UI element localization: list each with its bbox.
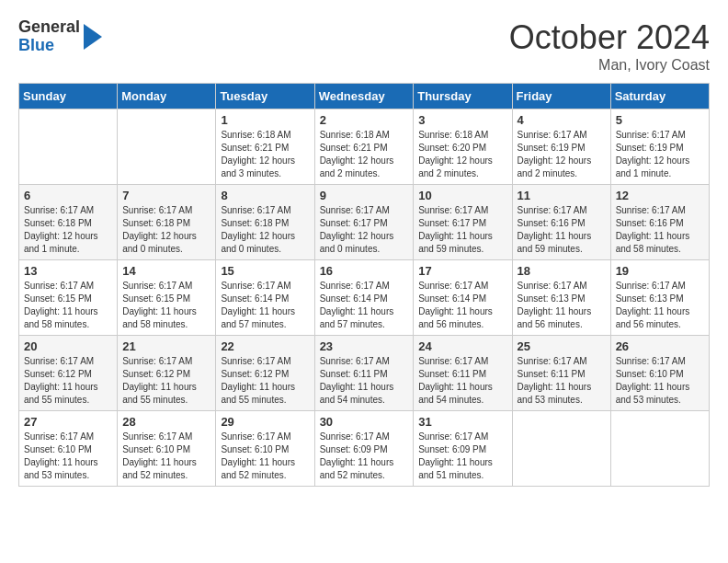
- calendar-cell: 28Sunrise: 6:17 AM Sunset: 6:10 PM Dayli…: [118, 411, 216, 487]
- day-info: Sunrise: 6:17 AM Sunset: 6:11 PM Dayligh…: [518, 355, 606, 407]
- calendar-cell: 1Sunrise: 6:18 AM Sunset: 6:21 PM Daylig…: [216, 109, 314, 185]
- day-info: Sunrise: 6:17 AM Sunset: 6:14 PM Dayligh…: [418, 280, 506, 331]
- calendar-cell: 22Sunrise: 6:17 AM Sunset: 6:12 PM Dayli…: [216, 336, 314, 411]
- location: Man, Ivory Coast: [509, 57, 710, 74]
- day-info: Sunrise: 6:17 AM Sunset: 6:09 PM Dayligh…: [418, 431, 506, 482]
- day-number: 31: [418, 415, 506, 429]
- calendar-cell: 26Sunrise: 6:17 AM Sunset: 6:10 PM Dayli…: [610, 336, 709, 411]
- logo-blue: Blue: [18, 37, 80, 55]
- calendar-cell: 25Sunrise: 6:17 AM Sunset: 6:11 PM Dayli…: [512, 336, 610, 411]
- day-number: 19: [616, 264, 704, 278]
- day-number: 5: [616, 113, 704, 127]
- day-number: 15: [221, 264, 309, 278]
- calendar-week-row: 13Sunrise: 6:17 AM Sunset: 6:15 PM Dayli…: [19, 260, 710, 336]
- day-number: 8: [221, 189, 309, 202]
- day-number: 12: [616, 189, 704, 202]
- logo-general: General: [18, 18, 80, 37]
- day-number: 1: [221, 113, 309, 127]
- calendar-cell: 12Sunrise: 6:17 AM Sunset: 6:16 PM Dayli…: [610, 185, 709, 260]
- day-info: Sunrise: 6:17 AM Sunset: 6:15 PM Dayligh…: [122, 280, 210, 331]
- day-info: Sunrise: 6:17 AM Sunset: 6:13 PM Dayligh…: [518, 280, 606, 331]
- calendar-cell: [610, 411, 709, 487]
- calendar-cell: 7Sunrise: 6:17 AM Sunset: 6:18 PM Daylig…: [118, 185, 216, 260]
- day-number: 20: [24, 339, 112, 353]
- calendar-cell: 15Sunrise: 6:17 AM Sunset: 6:14 PM Dayli…: [216, 260, 314, 336]
- calendar-cell: 31Sunrise: 6:17 AM Sunset: 6:09 PM Dayli…: [414, 411, 512, 487]
- day-info: Sunrise: 6:17 AM Sunset: 6:15 PM Dayligh…: [24, 280, 112, 331]
- calendar-cell: 2Sunrise: 6:18 AM Sunset: 6:21 PM Daylig…: [314, 109, 414, 185]
- calendar-week-row: 6Sunrise: 6:17 AM Sunset: 6:18 PM Daylig…: [19, 185, 710, 260]
- header-day: Saturday: [610, 84, 709, 109]
- day-number: 18: [518, 264, 606, 278]
- day-number: 22: [221, 339, 309, 353]
- calendar-cell: 9Sunrise: 6:17 AM Sunset: 6:17 PM Daylig…: [314, 185, 414, 260]
- day-info: Sunrise: 6:18 AM Sunset: 6:21 PM Dayligh…: [221, 129, 309, 180]
- day-number: 7: [122, 189, 210, 202]
- calendar-cell: 18Sunrise: 6:17 AM Sunset: 6:13 PM Dayli…: [512, 260, 610, 336]
- header-day: Thursday: [414, 84, 512, 109]
- day-number: 26: [616, 339, 704, 353]
- calendar-cell: 10Sunrise: 6:17 AM Sunset: 6:17 PM Dayli…: [414, 185, 512, 260]
- day-info: Sunrise: 6:17 AM Sunset: 6:18 PM Dayligh…: [221, 204, 309, 256]
- calendar-cell: 29Sunrise: 6:17 AM Sunset: 6:10 PM Dayli…: [216, 411, 314, 487]
- calendar-cell: 6Sunrise: 6:17 AM Sunset: 6:18 PM Daylig…: [19, 185, 118, 260]
- day-number: 16: [320, 264, 409, 278]
- day-info: Sunrise: 6:17 AM Sunset: 6:12 PM Dayligh…: [24, 355, 112, 407]
- day-info: Sunrise: 6:17 AM Sunset: 6:19 PM Dayligh…: [518, 129, 606, 180]
- day-number: 10: [418, 189, 506, 202]
- day-number: 27: [24, 415, 112, 429]
- calendar-cell: [19, 109, 118, 185]
- day-info: Sunrise: 6:17 AM Sunset: 6:11 PM Dayligh…: [320, 355, 409, 407]
- month-info: October 2024 Man, Ivory Coast: [509, 18, 710, 74]
- page-header: General Blue October 2024 Man, Ivory Coa…: [18, 18, 710, 74]
- day-number: 17: [418, 264, 506, 278]
- day-info: Sunrise: 6:17 AM Sunset: 6:17 PM Dayligh…: [320, 204, 409, 256]
- day-number: 14: [122, 264, 210, 278]
- logo-text: General Blue: [18, 18, 80, 55]
- day-info: Sunrise: 6:18 AM Sunset: 6:21 PM Dayligh…: [320, 129, 409, 180]
- calendar-week-row: 1Sunrise: 6:18 AM Sunset: 6:21 PM Daylig…: [19, 109, 710, 185]
- day-info: Sunrise: 6:17 AM Sunset: 6:16 PM Dayligh…: [616, 204, 704, 256]
- calendar-cell: 14Sunrise: 6:17 AM Sunset: 6:15 PM Dayli…: [118, 260, 216, 336]
- logo: General Blue: [18, 18, 102, 55]
- calendar-cell: [118, 109, 216, 185]
- calendar-cell: 21Sunrise: 6:17 AM Sunset: 6:12 PM Dayli…: [118, 336, 216, 411]
- day-number: 3: [418, 113, 506, 127]
- header-day: Friday: [512, 84, 610, 109]
- day-number: 2: [320, 113, 409, 127]
- day-number: 28: [122, 415, 210, 429]
- day-info: Sunrise: 6:17 AM Sunset: 6:16 PM Dayligh…: [518, 204, 606, 256]
- calendar-cell: 23Sunrise: 6:17 AM Sunset: 6:11 PM Dayli…: [314, 336, 414, 411]
- calendar-cell: [512, 411, 610, 487]
- day-info: Sunrise: 6:17 AM Sunset: 6:14 PM Dayligh…: [320, 280, 409, 331]
- day-number: 11: [518, 189, 606, 202]
- day-number: 4: [518, 113, 606, 127]
- header-day: Monday: [118, 84, 216, 109]
- calendar-cell: 8Sunrise: 6:17 AM Sunset: 6:18 PM Daylig…: [216, 185, 314, 260]
- day-info: Sunrise: 6:17 AM Sunset: 6:12 PM Dayligh…: [221, 355, 309, 407]
- logo-icon: [84, 24, 102, 50]
- calendar-table: SundayMondayTuesdayWednesdayThursdayFrid…: [18, 83, 710, 487]
- day-number: 23: [320, 339, 409, 353]
- day-info: Sunrise: 6:17 AM Sunset: 6:12 PM Dayligh…: [122, 355, 210, 407]
- day-info: Sunrise: 6:17 AM Sunset: 6:14 PM Dayligh…: [221, 280, 309, 331]
- day-number: 6: [24, 189, 112, 202]
- calendar-cell: 3Sunrise: 6:18 AM Sunset: 6:20 PM Daylig…: [414, 109, 512, 185]
- svg-marker-0: [84, 24, 102, 50]
- header-day: Tuesday: [216, 84, 314, 109]
- calendar-cell: 4Sunrise: 6:17 AM Sunset: 6:19 PM Daylig…: [512, 109, 610, 185]
- calendar-week-row: 20Sunrise: 6:17 AM Sunset: 6:12 PM Dayli…: [19, 336, 710, 411]
- day-number: 9: [320, 189, 409, 202]
- day-info: Sunrise: 6:18 AM Sunset: 6:20 PM Dayligh…: [418, 129, 506, 180]
- day-info: Sunrise: 6:17 AM Sunset: 6:10 PM Dayligh…: [616, 355, 704, 407]
- day-number: 30: [320, 415, 409, 429]
- calendar-cell: 27Sunrise: 6:17 AM Sunset: 6:10 PM Dayli…: [19, 411, 118, 487]
- day-info: Sunrise: 6:17 AM Sunset: 6:10 PM Dayligh…: [24, 431, 112, 482]
- header-day: Wednesday: [314, 84, 414, 109]
- calendar-cell: 13Sunrise: 6:17 AM Sunset: 6:15 PM Dayli…: [19, 260, 118, 336]
- calendar-cell: 20Sunrise: 6:17 AM Sunset: 6:12 PM Dayli…: [19, 336, 118, 411]
- day-number: 13: [24, 264, 112, 278]
- day-info: Sunrise: 6:17 AM Sunset: 6:19 PM Dayligh…: [616, 129, 704, 180]
- month-title: October 2024: [509, 18, 710, 57]
- day-info: Sunrise: 6:17 AM Sunset: 6:13 PM Dayligh…: [616, 280, 704, 331]
